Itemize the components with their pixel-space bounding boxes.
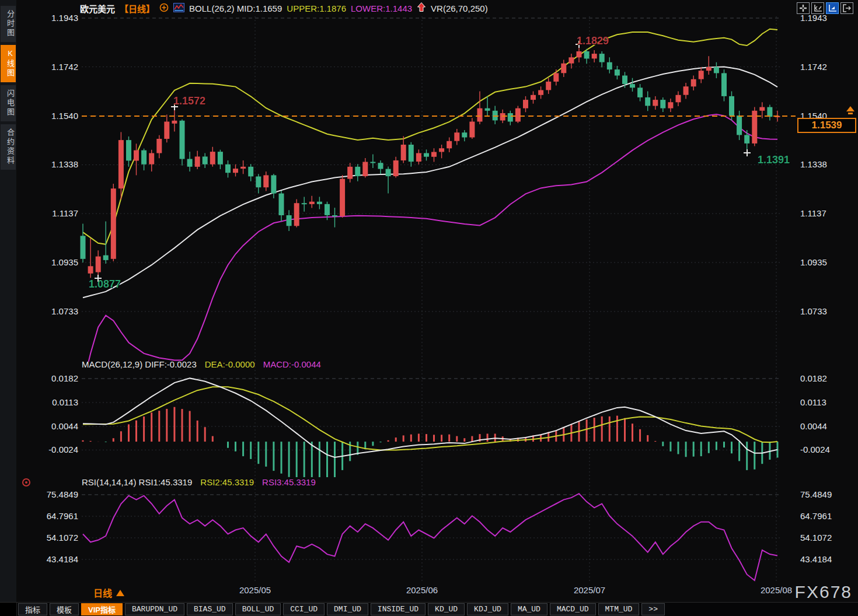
tabbar-corner (0, 603, 17, 616)
footer-tab-barupdn[interactable]: BARUPDN_UD (125, 603, 184, 615)
y-axis-label: 0.0044 (800, 421, 856, 432)
price-up-arrow-icon (845, 106, 856, 120)
y-axis-label: 0.0182 (23, 373, 78, 384)
record-dot-icon[interactable] (22, 478, 30, 487)
y-axis-label: 1.1338 (23, 159, 78, 170)
last-price-tag: 1.1539 (797, 118, 856, 133)
add-compare-icon[interactable] (159, 3, 169, 14)
chart-type-sidebar: 分时图 K线图 闪电图 合约资料 (0, 0, 16, 602)
chart-header: 欧元美元 【日线】 BOLL(26,2) MID:1.1659 UPPER:1.… (80, 0, 488, 16)
y-axis-label: 1.1742 (23, 61, 78, 73)
boll-upper-value: UPPER:1.1876 (287, 4, 346, 13)
high-annotation-1: 1.1572 (173, 95, 205, 107)
period-label: 日线 (93, 586, 112, 600)
y-axis-label: 54.1072 (23, 532, 78, 544)
macd-dea-value: DEA:-0.0000 (205, 359, 255, 369)
footer-tab-mtm[interactable]: MTM_UD (598, 603, 640, 615)
footer-tab-inside[interactable]: INSIDE_UD (371, 603, 425, 615)
pane-exit-button[interactable] (840, 2, 853, 14)
rsi3-value: RSI3:45.3319 (262, 477, 316, 487)
y-axis-label: 1.1137 (23, 208, 78, 219)
vr-indicator-label: VR(26,70,250) (431, 4, 488, 13)
y-axis-label: 1.0733 (800, 306, 856, 317)
footer-tab-vip-indicator[interactable]: VIP指标 (81, 603, 123, 615)
boll-mid-value: BOLL(26,2) MID:1.1659 (189, 4, 282, 13)
low-annotation-2: 1.1391 (758, 154, 790, 166)
period-selector[interactable]: 日线 (93, 586, 124, 600)
y-axis-label: 1.1540 (23, 110, 78, 122)
chart-toolbar (797, 2, 853, 14)
footer-tab-more[interactable]: >> (641, 603, 665, 615)
rsi2-value: RSI2:45.3319 (200, 477, 254, 487)
x-axis-label: 2025/07 (563, 585, 616, 595)
watermark: FX678 (795, 582, 852, 602)
macd-value: MACD:-0.0044 (263, 359, 321, 369)
indicator-chart-icon[interactable] (173, 3, 184, 14)
y-axis-label: 43.4184 (23, 554, 78, 565)
footer-tab-ma[interactable]: MA_UD (511, 603, 547, 615)
y-axis-label: 0.0182 (800, 373, 856, 384)
y-axis-label: 43.4184 (800, 554, 856, 565)
y-axis-label: -0.0024 (800, 444, 856, 456)
high-annotation-2: 1.1829 (577, 35, 609, 47)
sidebar-tab-candle-chart[interactable]: K线图 (1, 45, 16, 82)
footer-tab-template[interactable]: 模板 (50, 603, 79, 615)
sidebar-tab-time-chart[interactable]: 分时图 (1, 6, 16, 42)
x-axis-label: 2025/05 (229, 585, 281, 595)
sidebar-tab-contract-info[interactable]: 合约资料 (1, 124, 16, 170)
candlestick-chart-canvas[interactable] (0, 0, 858, 616)
y-axis-label: 54.1072 (800, 532, 856, 544)
boll-lower-value: LOWER:1.1443 (351, 4, 412, 13)
signal-up-arrow-icon (417, 2, 426, 15)
indicator-tabbar: 指标 模板 VIP指标 BARUPDN_UD BIAS_UD BOLL_UD C… (0, 602, 858, 616)
y-axis-label: 1.0935 (800, 257, 856, 268)
y-axis-label: 0.0113 (800, 397, 856, 408)
footer-tab-macd[interactable]: MACD_UD (550, 603, 596, 615)
footer-tab-kd[interactable]: KD_UD (428, 603, 465, 615)
trading-app-window: 1.19431.19431.17421.17421.15401.15401.13… (0, 0, 858, 616)
symbol-name: 欧元美元 (80, 2, 115, 15)
period-tag: 【日线】 (120, 2, 155, 15)
sidebar-tab-flash-chart[interactable]: 闪电图 (1, 85, 16, 121)
footer-tab-boll[interactable]: BOLL_UD (235, 603, 281, 615)
y-axis-label: 1.0733 (23, 306, 78, 317)
y-axis-label: 1.1742 (800, 61, 856, 73)
axis-scale-right-button-active[interactable] (826, 2, 839, 14)
axis-scale-left-button[interactable] (811, 2, 824, 14)
y-axis-label: 64.7961 (800, 510, 856, 522)
rsi1-value: RSI(14,14,14) RSI1:45.3319 (82, 477, 192, 487)
y-axis-label: 1.1943 (23, 12, 78, 24)
footer-tab-indicator[interactable]: 指标 (18, 603, 47, 615)
low-annotation-1: 1.0877 (89, 278, 121, 290)
y-axis-label: 1.0935 (23, 257, 78, 268)
y-axis-label: 1.1338 (800, 159, 856, 170)
footer-tab-dmi[interactable]: DMI_UD (327, 603, 368, 615)
footer-tab-kdj[interactable]: KDJ_UD (467, 603, 508, 615)
y-axis-label: 0.0113 (23, 397, 78, 408)
y-axis-label: 64.7961 (23, 510, 78, 522)
y-axis-label: 75.4849 (800, 489, 856, 501)
y-axis-label: 75.4849 (23, 489, 78, 501)
crosshair-move-button[interactable] (797, 2, 810, 14)
x-axis-label: 2025/06 (396, 585, 448, 595)
period-dropdown-arrow-icon (116, 590, 124, 596)
rsi-pane-header: RSI(14,14,14) RSI1:45.3319 RSI2:45.3319 … (82, 477, 316, 487)
footer-tab-cci[interactable]: CCI_UD (283, 603, 325, 615)
y-axis-label: -0.0024 (23, 444, 78, 456)
macd-diff-value: MACD(26,12,9) DIFF:-0.0023 (82, 359, 197, 369)
y-axis-label: 1.1943 (800, 12, 856, 24)
y-axis-label: 1.1137 (800, 208, 856, 219)
footer-tab-bias[interactable]: BIAS_UD (187, 603, 233, 615)
y-axis-label: 0.0044 (23, 421, 78, 432)
macd-pane-header: MACD(26,12,9) DIFF:-0.0023 DEA:-0.0000 M… (82, 359, 321, 369)
